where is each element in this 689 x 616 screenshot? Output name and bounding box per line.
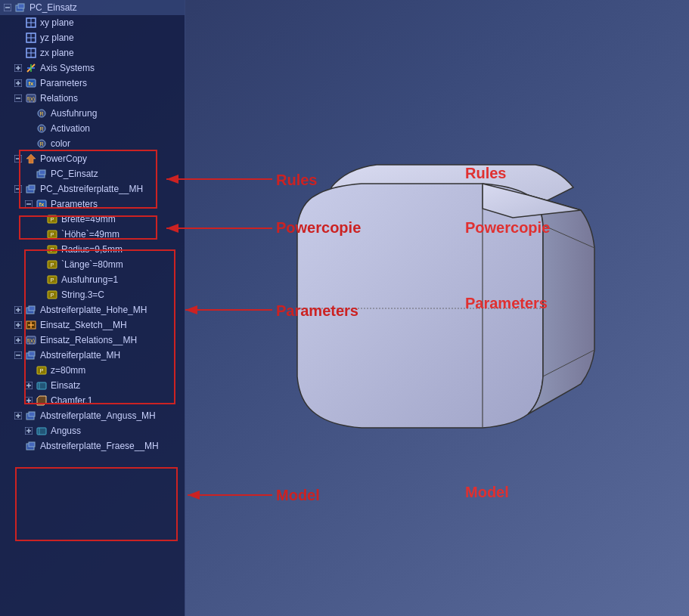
expand-btn-lange[interactable]	[35, 260, 44, 269]
label-zx-plane: zx plane	[40, 48, 74, 58]
model-area: Rules Powercopie Parameters Model	[185, 0, 689, 616]
tree-item-lange[interactable]: P`Länge`=80mm	[0, 257, 185, 272]
icon-abstreifer-anguss	[25, 410, 37, 422]
expand-btn-abstreifer-anguss[interactable]	[14, 411, 23, 420]
expand-btn-pc-abstreifer[interactable]	[14, 184, 23, 193]
tree-item-parameters-root[interactable]: fxParameters	[0, 76, 185, 91]
icon-relations-root: f(x)	[25, 92, 37, 104]
expand-btn-string3[interactable]	[35, 290, 44, 299]
label-xy-plane: xy plane	[40, 17, 74, 28]
svg-rect-38	[39, 170, 45, 175]
svg-rect-42	[29, 185, 35, 190]
expand-btn-powercopy[interactable]	[14, 154, 23, 163]
svg-text:P: P	[51, 293, 54, 298]
tree-item-abstreiferplatte-mh[interactable]: Abstreiferplatte_MH	[0, 348, 185, 363]
tree-item-zx-plane[interactable]: zx plane	[0, 45, 185, 60]
tree-item-anguss[interactable]: Anguss	[0, 423, 185, 438]
icon-breite: P	[46, 213, 58, 225]
tree-item-breite[interactable]: PBreite=49mm	[0, 212, 185, 227]
expand-btn-einsatz-relations[interactable]	[14, 336, 23, 345]
powercopie-label: Powercopie	[465, 219, 550, 237]
tree-item-yz-plane[interactable]: yz plane	[0, 30, 185, 45]
tree-item-color[interactable]: Rcolor	[0, 136, 185, 151]
tree-item-string3[interactable]: PString.3=C	[0, 287, 185, 302]
label-breite: Breite=49mm	[61, 214, 116, 224]
icon-activation: R	[36, 122, 48, 135]
label-axis-systems: Axis Systems	[40, 63, 95, 73]
expand-btn-abstreiferplatte-mh[interactable]	[14, 351, 23, 360]
tree-item-radius[interactable]: PRadius=9,5mm	[0, 242, 185, 257]
tree-item-relations-root[interactable]: f(x)Relations	[0, 91, 185, 106]
icon-hohe: P	[46, 228, 58, 240]
svg-text:P: P	[51, 217, 54, 222]
label-relations-root: Relations	[40, 93, 78, 104]
label-powercopy: PowerCopy	[40, 153, 87, 164]
label-pc-abstreifer: PC_Abstreiferplatte__MH	[40, 184, 143, 194]
icon-yz-plane	[25, 32, 37, 44]
label-ausfuhrung: Ausfuhrung	[51, 108, 97, 119]
expand-btn-abstreifer-fraese[interactable]	[14, 441, 23, 450]
tree-item-powercopy[interactable]: PowerCopy	[0, 151, 185, 166]
expand-btn-ausfuhrung2[interactable]	[35, 275, 44, 284]
expand-btn-einsatz-model[interactable]	[24, 381, 33, 390]
expand-btn-parameters-root[interactable]	[14, 79, 23, 88]
svg-rect-84	[37, 382, 46, 389]
icon-ausfuhrung: R	[36, 107, 48, 119]
tree-item-pc-einsatz-root[interactable]: PC_Einsatz	[0, 0, 185, 15]
tree-item-chamfer1[interactable]: Chamfer.1	[0, 393, 185, 408]
svg-rect-78	[29, 351, 35, 356]
tree-item-ausfuhrung2[interactable]: PAusfuhrung=1	[0, 272, 185, 287]
label-chamfer1: Chamfer.1	[51, 395, 92, 406]
label-abstreifer-hohe: Abstreiferplatte_Hohe_MH	[40, 305, 147, 315]
expand-btn-zx-plane[interactable]	[14, 48, 23, 57]
expand-btn-abstreifer-hohe[interactable]	[14, 305, 23, 314]
svg-rect-94	[29, 412, 35, 416]
icon-pc-abstreifer	[25, 183, 37, 195]
expand-btn-radius[interactable]	[35, 245, 44, 254]
tree-item-parameters-sub[interactable]: fxParameters	[0, 197, 185, 212]
expand-btn-z-80mm[interactable]	[24, 366, 33, 375]
label-abstreifer-anguss: Abstreiferplatte_Anguss_MH	[40, 410, 156, 421]
expand-btn-pc-einsatz[interactable]	[24, 169, 33, 178]
expand-btn-chamfer1[interactable]	[24, 396, 33, 405]
tree-item-abstreifer-anguss[interactable]: Abstreiferplatte_Anguss_MH	[0, 408, 185, 423]
expand-btn-activation[interactable]	[24, 124, 33, 133]
icon-parameters-root: fx	[25, 77, 37, 89]
expand-btn-axis-systems[interactable]	[14, 63, 23, 73]
tree-item-pc-abstreifer[interactable]: PC_Abstreiferplatte__MH	[0, 181, 185, 197]
svg-text:R: R	[39, 111, 43, 116]
tree-item-einsatz-relations[interactable]: f(x)Einsatz_Relations__MH	[0, 333, 185, 348]
label-pc-einsatz: PC_Einsatz	[51, 169, 98, 179]
label-activation: Activation	[51, 123, 90, 134]
expand-btn-einsatz-sketch[interactable]	[14, 320, 23, 330]
expand-btn-parameters-sub[interactable]	[24, 200, 33, 209]
tree-item-axis-systems[interactable]: Axis Systems	[0, 60, 185, 76]
tree-item-abstreifer-hohe[interactable]: Abstreiferplatte_Hohe_MH	[0, 302, 185, 317]
tree-item-ausfuhrung[interactable]: RAusfuhrung	[0, 106, 185, 121]
tree-item-abstreifer-fraese[interactable]: Abstreiferplatte_Fraese__MH	[0, 438, 185, 453]
svg-text:P: P	[40, 368, 44, 373]
svg-rect-3	[18, 4, 24, 8]
svg-text:R: R	[39, 126, 43, 132]
expand-btn-yz-plane[interactable]	[14, 33, 23, 42]
expand-btn-breite[interactable]	[35, 215, 44, 224]
tree-item-einsatz-sketch[interactable]: Einsatz_Sketch__MH	[0, 317, 185, 333]
expand-btn-xy-plane[interactable]	[14, 18, 23, 27]
svg-rect-101	[29, 442, 35, 447]
icon-string3: P	[46, 289, 58, 301]
label-einsatz-relations: Einsatz_Relations__MH	[40, 335, 137, 345]
tree-item-pc-einsatz[interactable]: PC_Einsatz	[0, 166, 185, 181]
label-pc-einsatz-root: PC_Einsatz	[29, 2, 77, 13]
expand-btn-relations-root[interactable]	[14, 94, 23, 103]
expand-btn-pc-einsatz-root[interactable]	[3, 3, 12, 12]
tree-item-activation[interactable]: RActivation	[0, 121, 185, 136]
expand-btn-color[interactable]	[24, 139, 33, 148]
icon-z-80mm: P	[36, 364, 48, 376]
expand-btn-ausfuhrung[interactable]	[24, 109, 33, 118]
expand-btn-anguss[interactable]	[24, 426, 33, 435]
tree-item-z-80mm[interactable]: Pz=80mm	[0, 363, 185, 378]
tree-item-einsatz-model[interactable]: Einsatz	[0, 378, 185, 393]
tree-item-hohe[interactable]: P`Höhe`=49mm	[0, 227, 185, 242]
expand-btn-hohe[interactable]	[35, 230, 44, 239]
tree-item-xy-plane[interactable]: xy plane	[0, 15, 185, 30]
